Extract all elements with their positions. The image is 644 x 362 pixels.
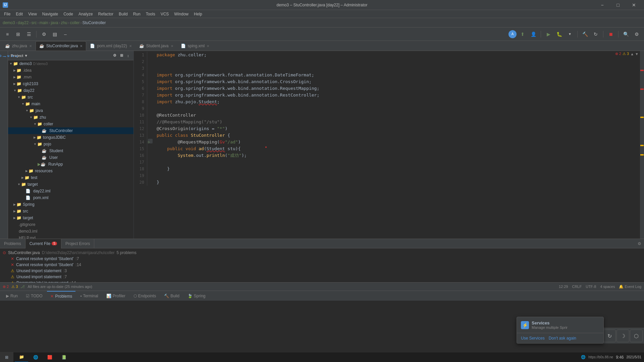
problem-item-2[interactable]: ⚠ Unused import statement :3 — [0, 268, 644, 274]
tab-pom-xml--day22-[interactable]: 📄pom.xml (day22)✕ — [86, 41, 135, 51]
problem-file-header[interactable]: ⊙ StuController.java D:\demo3\day22\src\… — [0, 250, 644, 256]
bc-java[interactable]: java — [51, 20, 58, 25]
tab-terminal[interactable]: ▪ Terminal — [77, 291, 102, 301]
settings2-btn[interactable]: ⚙ — [632, 29, 641, 39]
close-tab-icon[interactable]: ✕ — [80, 44, 83, 48]
taskbar-idea[interactable]: 🟥 — [43, 352, 56, 362]
rt-btn-expand[interactable]: ⬡ — [630, 329, 643, 342]
tree-item-target2[interactable]: ▶ 📁 target — [8, 215, 133, 221]
taskbar-chrome[interactable]: 🌐 — [29, 352, 42, 362]
event-log-btn[interactable]: 🔔 Event Log — [619, 285, 641, 289]
tree-item-spring[interactable]: ▶ 📁 Spring — [8, 201, 133, 208]
rt-btn-moon[interactable]: ☽ — [616, 329, 629, 342]
avatar-btn[interactable]: A — [508, 30, 517, 38]
project-icon[interactable]: Project — [1, 52, 7, 59]
tree-item-student[interactable]: ☕ Student — [8, 147, 133, 154]
taskbar-excel[interactable]: 📗 — [57, 352, 70, 362]
tab-build[interactable]: 🔨 Build — [161, 291, 183, 301]
tree-item-java[interactable]: ▼ 📁 java — [8, 107, 133, 114]
tab-spring[interactable]: 🍃 Spring — [184, 291, 209, 301]
tree-item-main[interactable]: ▼ 📁 main — [8, 101, 133, 107]
minimize-button[interactable]: − — [595, 0, 610, 10]
tree-item-day22iml[interactable]: 📄 day22.iml — [8, 188, 133, 194]
menu-help[interactable]: Help — [191, 10, 205, 18]
tree-item-pomxml[interactable]: 📄 pom.xml — [8, 194, 133, 201]
problem-item-3[interactable]: ⚠ Unused import statement :7 — [0, 274, 644, 280]
debug-btn[interactable]: 🐛 — [554, 29, 564, 39]
menu-build[interactable]: Build — [116, 10, 130, 18]
menu-view[interactable]: View — [25, 10, 40, 18]
bookmarks-btn[interactable]: ☰ — [24, 29, 34, 39]
stop-btn[interactable]: ⏹ — [606, 29, 615, 39]
bc-demo3[interactable]: demo3 — [3, 20, 15, 25]
tab-sping-xml[interactable]: 📄sping.xml✕ — [177, 41, 213, 51]
menu-code[interactable]: Code — [61, 10, 76, 18]
run-marker[interactable]: ▷ — [148, 139, 150, 145]
menu-analyze[interactable]: Analyze — [76, 10, 96, 18]
tree-item-stucontroller[interactable]: ☕ StuController — [8, 127, 133, 134]
run-btn[interactable]: ▶ — [544, 29, 553, 39]
settings-btn[interactable]: ⚙ — [39, 29, 49, 39]
bc-stucontroller[interactable]: StuController — [82, 20, 106, 25]
build-btn[interactable]: 🔨 — [580, 29, 590, 39]
encoding-status[interactable]: UTF-8 — [586, 285, 596, 289]
tab-profiler[interactable]: 📊 Profiler — [103, 291, 129, 301]
tree-item-runapp[interactable]: ▶☕ RunApp — [8, 161, 133, 168]
menu-file[interactable]: File — [1, 10, 13, 18]
user-btn[interactable]: 👤 — [529, 29, 538, 39]
tab-problems[interactable]: ✕ Problems — [47, 291, 75, 301]
tree-item-resources[interactable]: ▶ 📁 resources — [8, 168, 133, 174]
bc-zhu[interactable]: zhu — [61, 20, 67, 25]
minimize-panel-btn[interactable]: – — [61, 29, 70, 39]
close-button[interactable]: ✕ — [626, 0, 641, 10]
bc-src[interactable]: src — [31, 20, 37, 25]
tab-problems[interactable]: Problems — [0, 239, 25, 248]
layout-btn[interactable]: ▤ — [50, 29, 59, 39]
bc-main[interactable]: main — [39, 20, 48, 25]
tab-zhu-java[interactable]: ☕zhu.java✕ — [1, 41, 36, 51]
project-view-btn[interactable]: ≡ — [3, 29, 12, 39]
menu-navigate[interactable]: Navigate — [40, 10, 61, 18]
tree-item-src[interactable]: ▼ 📁 src — [8, 94, 133, 101]
tab-todo[interactable]: ☑ TODO — [22, 291, 46, 301]
tree-item-pojo[interactable]: ▼ 📁 pojo — [8, 141, 133, 147]
tree-sort-btn[interactable]: ↕ — [125, 53, 131, 58]
tab-stucontroller-java[interactable]: ☕StuController.java✕ — [36, 41, 87, 51]
tree-item-tonguojdbc[interactable]: ▶ 📁 tonguoJDBC — [8, 134, 133, 141]
menu-window[interactable]: Window — [171, 10, 191, 18]
tree-item-gitignore[interactable]: .gitignore — [8, 221, 133, 228]
problem-item-0[interactable]: ✕ Cannot resolve symbol 'Student' :7 — [0, 256, 644, 262]
menu-edit[interactable]: Edit — [13, 10, 25, 18]
tab-endpoints[interactable]: ⬡ Endpoints — [130, 291, 159, 301]
tree-item-demo3[interactable]: ▼ 📁 demo3D:\demo3 — [8, 60, 133, 67]
bc-coller[interactable]: coller — [70, 20, 80, 25]
tree-item-test[interactable]: ▶ 📁 test — [8, 174, 133, 181]
tree-expand-btn[interactable]: ⊞ — [119, 53, 124, 58]
maximize-button[interactable]: □ — [610, 0, 626, 10]
rebuild-btn[interactable]: ↻ — [591, 29, 600, 39]
tab-current-file[interactable]: Current File 5 — [25, 239, 61, 248]
menu-run[interactable]: Run — [130, 10, 143, 18]
tree-item-day22[interactable]: ▼ 📁 day22 — [8, 87, 133, 94]
tree-item-zhu[interactable]: ▼ 📁 zhu — [8, 114, 133, 121]
taskbar-file-explorer[interactable]: 📁 — [15, 352, 28, 362]
tree-item-mvn[interactable]: ▶ 📁 .mvn — [8, 74, 133, 80]
line-ending-status[interactable]: CRLF — [572, 285, 582, 289]
close-tab-icon[interactable]: ✕ — [171, 44, 173, 48]
run-config-btn[interactable]: ▼ — [565, 29, 575, 39]
tree-item-demo3iml[interactable]: demo3.iml — [8, 228, 133, 235]
use-services-link[interactable]: Use Services — [521, 336, 545, 341]
tab-student-java[interactable]: ☕Student.java✕ — [136, 41, 177, 51]
problem-item-1[interactable]: ✕ Cannot resolve symbol 'Student' :14 — [0, 262, 644, 268]
code-lines[interactable]: package zhu.coller; import org.springfra… — [154, 52, 644, 186]
tree-item-idea[interactable]: ▶ 📁 .idea — [8, 67, 133, 74]
dont-ask-link[interactable]: Don't ask again — [549, 336, 576, 341]
tree-item-src2[interactable]: ▶ 📁 src — [8, 208, 133, 215]
tree-item-target[interactable]: ▼ 📁 target — [8, 181, 133, 188]
tab-project-errors[interactable]: Project Errors — [61, 239, 94, 248]
tree-item-helpmd[interactable]: HELP.md — [8, 235, 133, 239]
tree-item-user[interactable]: ☕ User — [8, 154, 133, 161]
menu-refactor[interactable]: Refactor — [96, 10, 116, 18]
code-editor[interactable]: ⊗ 2 ⚠ 3 ▲ ▼ 1 2 3 4 5 6 7 8 9 10 11 12 1… — [134, 51, 644, 239]
vcs-btn[interactable]: ⬆ — [518, 29, 527, 39]
